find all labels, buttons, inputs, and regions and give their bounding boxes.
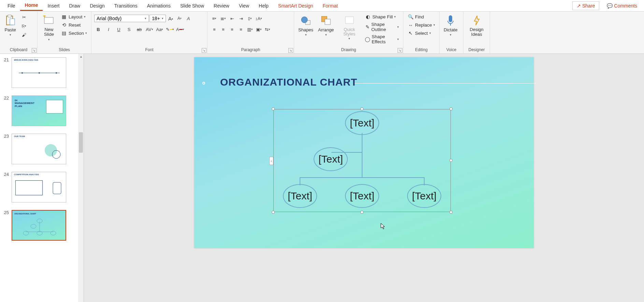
character-spacing-button[interactable]: AV▾ [145, 25, 154, 33]
new-slide-button[interactable]: New Slide ▾ [40, 13, 58, 43]
reset-icon: ⟲ [61, 22, 67, 28]
menu-slideshow[interactable]: Slide Show [175, 1, 209, 11]
layout-button[interactable]: ▦Layout▾ [60, 13, 88, 20]
menu-draw[interactable]: Draw [64, 1, 85, 11]
resize-handle-ne[interactable] [449, 107, 453, 110]
section-button[interactable]: ▤Section▾ [60, 29, 88, 37]
shape-effects-button[interactable]: ◯Shape Effects▾ [363, 33, 400, 45]
numbering-button[interactable]: ≣▾ [219, 14, 227, 22]
line-spacing-button[interactable]: ‡▾ [246, 14, 254, 22]
scroll-up-icon[interactable]: ▴ [79, 55, 83, 59]
resize-handle-sw[interactable] [272, 211, 275, 214]
slide-thumbnail-25[interactable]: ORGANIZATIONAL CHART [12, 210, 66, 241]
font-name-combobox[interactable]: Arial (Body)▾ [94, 15, 149, 22]
resize-handle-se[interactable] [449, 211, 453, 214]
smartart-org-chart[interactable]: ‹ [Text] [Text] [Text] [273, 109, 451, 212]
font-color-button[interactable]: A▾ [176, 25, 184, 33]
scissors-icon: ✂ [22, 15, 26, 20]
cut-button[interactable]: ✂ [20, 13, 28, 21]
menu-home[interactable]: Home [20, 0, 43, 11]
group-clipboard-label: Clipboard [3, 46, 34, 54]
convert-smartart-button[interactable]: ⇆▾ [263, 25, 272, 33]
align-text-button[interactable]: ▣▾ [255, 25, 263, 33]
shape-outline-button[interactable]: ✎Shape Outline▾ [363, 21, 400, 33]
menu-format[interactable]: Format [318, 1, 343, 11]
share-button[interactable]: ↗Share [572, 1, 599, 10]
clipboard-dialog-launcher[interactable]: ↘ [32, 48, 37, 53]
quick-styles-button[interactable]: Quick Styles▾ [337, 13, 361, 42]
org-node-text[interactable]: [Text] [350, 190, 374, 202]
format-painter-button[interactable]: 🖌 [20, 31, 28, 39]
slide-thumbnail-23[interactable]: OUR TEAM [12, 134, 66, 164]
text-direction-button[interactable]: ↕A▾ [255, 14, 263, 22]
align-left-button[interactable]: ≡ [210, 25, 218, 33]
change-case-button[interactable]: Aa▾ [156, 25, 164, 33]
resize-handle-e[interactable] [449, 159, 453, 162]
bullets-button[interactable]: ≡▾ [210, 14, 218, 22]
svg-point-15 [39, 72, 40, 74]
shapes-icon [300, 14, 312, 27]
increase-indent-button[interactable]: ⇥ [237, 14, 245, 22]
org-node-child-1[interactable]: [Text] [283, 184, 317, 208]
slide-thumbnail-22[interactable]: 04 MANAGEMENT PLAN [12, 95, 66, 126]
menu-animations[interactable]: Animations [142, 1, 175, 11]
slide-canvas[interactable]: ORGANIZATIONAL CHART ‹ [84, 54, 644, 302]
decrease-font-button[interactable]: A▾ [175, 14, 184, 22]
org-node-root[interactable]: [Text] [345, 111, 379, 135]
resize-handle-nw[interactable] [272, 107, 275, 110]
menu-design[interactable]: Design [85, 1, 110, 11]
columns-button[interactable]: ▥▾ [246, 25, 254, 33]
replace-button[interactable]: ↔Replace▾ [406, 21, 437, 29]
org-node-text[interactable]: [Text] [412, 190, 437, 202]
copy-button[interactable]: ⎘▾ [20, 22, 28, 30]
clear-formatting-button[interactable]: A [184, 14, 192, 22]
org-node-child-2[interactable]: [Text] [345, 184, 379, 208]
bold-button[interactable]: B [94, 25, 102, 33]
italic-button[interactable]: I [104, 25, 113, 33]
shapes-button[interactable]: Shapes▾ [297, 13, 315, 38]
paste-button[interactable]: Paste ▾ [3, 13, 18, 38]
select-button[interactable]: ↖Select▾ [406, 29, 437, 37]
underline-button[interactable]: U [115, 25, 123, 33]
org-node-text[interactable]: [Text] [318, 153, 343, 165]
design-ideas-button[interactable]: Design Ideas [466, 13, 487, 39]
slide-thumbnail-21[interactable]: BREAK-EVEN ANALYSIS [12, 57, 66, 88]
org-node-assistant[interactable]: [Text] [314, 147, 348, 171]
drawing-dialog-launcher[interactable]: ↘ [398, 48, 402, 53]
resize-handle-s[interactable] [360, 211, 363, 214]
justify-button[interactable]: ≡ [237, 25, 245, 33]
slide[interactable]: ORGANIZATIONAL CHART ‹ [194, 57, 534, 248]
menu-review[interactable]: Review [209, 1, 234, 11]
org-node-text[interactable]: [Text] [350, 117, 374, 129]
scrollbar-thumb[interactable] [79, 132, 83, 153]
arrange-button[interactable]: Arrange▾ [317, 13, 335, 38]
dictate-button[interactable]: Dictate▾ [442, 13, 459, 38]
slide-title[interactable]: ORGANIZATIONAL CHART [220, 76, 357, 88]
paragraph-dialog-launcher[interactable]: ↘ [288, 48, 293, 53]
shape-fill-button[interactable]: ◐Shape Fill▾ [363, 13, 400, 20]
strikethrough-button[interactable]: ab [135, 25, 143, 33]
align-center-button[interactable]: ≡ [219, 25, 227, 33]
menu-insert[interactable]: Insert [43, 1, 64, 11]
increase-font-button[interactable]: A▴ [167, 14, 175, 22]
font-size-combobox[interactable]: 18+▾ [149, 15, 166, 22]
highlight-button[interactable]: ✎▾ [166, 25, 174, 33]
thumbnail-scrollbar[interactable]: ▴ [78, 54, 84, 302]
font-dialog-launcher[interactable]: ↘ [202, 48, 206, 53]
menu-file[interactable]: File [3, 1, 20, 11]
org-node-child-3[interactable]: [Text] [407, 184, 441, 208]
smartart-text-pane-toggle[interactable]: ‹ [269, 157, 273, 165]
menu-transitions[interactable]: Transitions [110, 1, 142, 11]
resize-handle-n[interactable] [360, 107, 363, 110]
menu-smartart-design[interactable]: SmartArt Design [273, 1, 318, 11]
org-node-text[interactable]: [Text] [288, 190, 312, 202]
menu-view[interactable]: View [234, 1, 254, 11]
find-button[interactable]: 🔍Find [406, 13, 437, 20]
decrease-indent-button[interactable]: ⇤ [228, 14, 236, 22]
menu-help[interactable]: Help [254, 1, 273, 11]
slide-thumbnail-24[interactable]: COMPETITION ANALYSIS [12, 172, 66, 202]
shadow-button[interactable]: S [125, 25, 133, 33]
align-right-button[interactable]: ≡ [228, 25, 236, 33]
reset-button[interactable]: ⟲Reset [60, 21, 88, 29]
comments-button[interactable]: 💬Comments [603, 1, 641, 10]
